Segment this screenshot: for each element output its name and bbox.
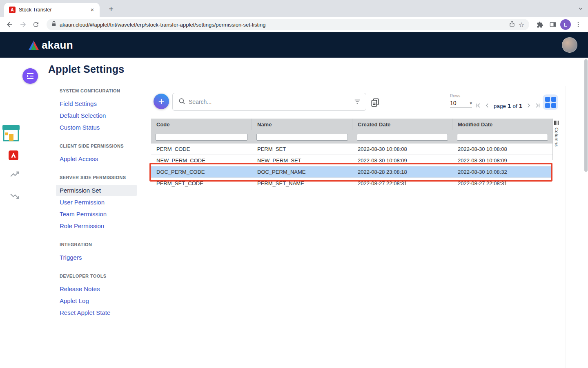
table-row[interactable]: PERM_SET_CODE PERM_SET_NAME 2022-08-27 2… <box>151 178 552 189</box>
column-header-modified-date[interactable]: Modified Date <box>452 119 552 130</box>
columns-panel-handle[interactable]: Columns <box>552 119 560 160</box>
pagination: page 1 of 1 <box>474 101 542 110</box>
nav-item-applet-access[interactable]: Applet Access <box>56 153 137 164</box>
stock-transfer-applet-icon[interactable] <box>1 122 21 144</box>
nav-item-reset-applet-state[interactable]: Reset Applet State <box>56 307 137 318</box>
expand-menu-button[interactable] <box>22 68 38 84</box>
page-scrollbar[interactable] <box>584 59 588 172</box>
nav-item-custom-status[interactable]: Custom Status <box>56 122 137 133</box>
side-panel-icon[interactable] <box>547 19 559 30</box>
tab-close-icon[interactable]: × <box>89 7 96 13</box>
cell-name: DOC_PERM_NAME <box>252 169 352 175</box>
rows-per-page-value: 10 <box>450 100 457 106</box>
first-page-icon[interactable] <box>474 101 483 110</box>
tab-title: Stock Transfer <box>19 7 86 13</box>
column-header-code[interactable]: Code <box>151 119 252 130</box>
browser-menu-kebab-icon[interactable] <box>572 19 584 30</box>
browser-tab-strip: A Stock Transfer × + <box>0 0 588 17</box>
content-top-divider <box>146 86 566 86</box>
share-icon[interactable] <box>509 20 515 29</box>
of-word: of <box>512 103 517 109</box>
settings-nav: SYSTEM CONFIGURATION Field Settings Defa… <box>56 88 137 319</box>
nav-section-client-side-permissions: CLIENT SIDE PERMISSIONS Applet Access <box>56 144 137 164</box>
app-header: akaun <box>0 32 588 58</box>
rows-per-page-select[interactable]: 10 ▾ <box>450 100 472 108</box>
add-record-button[interactable]: + <box>154 94 169 109</box>
grid-view-icon[interactable] <box>543 94 558 110</box>
akaun-logo[interactable]: akaun <box>29 39 73 52</box>
duplicate-list-icon[interactable] <box>370 97 380 108</box>
columns-panel-label: Columns <box>554 128 559 147</box>
new-tab-button[interactable]: + <box>105 3 117 15</box>
trending-down-icon[interactable] <box>10 192 20 201</box>
address-bar[interactable]: akaun.cloud/#/applet/tnt/wavelet/erp/sto… <box>47 19 529 30</box>
forward-icon[interactable] <box>17 19 29 30</box>
page-indicator: page 1 of 1 <box>494 102 522 109</box>
column-header-name[interactable]: Name <box>252 119 352 130</box>
search-box <box>172 93 366 111</box>
filter-input-modified-date[interactable] <box>457 134 548 141</box>
nav-section-header: INTEGRATION <box>60 242 133 247</box>
nav-content-divider <box>146 86 146 368</box>
nav-item-team-permission[interactable]: Team Permission <box>56 209 137 220</box>
cell-modified-date: 2022-08-27 22:08:31 <box>452 180 552 186</box>
nav-item-permission-set[interactable]: Permission Set <box>56 185 137 196</box>
cell-name: PERM_SET_NAME <box>252 180 352 186</box>
cell-created-date: 2022-08-27 22:08:31 <box>352 180 452 186</box>
nav-item-applet-log[interactable]: Applet Log <box>56 295 137 306</box>
brand-text: akaun <box>42 39 73 52</box>
nav-section-system-configuration: SYSTEM CONFIGURATION Field Settings Defa… <box>56 88 137 133</box>
column-header-created-date[interactable]: Created Date <box>352 119 452 130</box>
nav-section-header: CLIENT SIDE PERMISSIONS <box>60 144 133 148</box>
applet-rail <box>0 58 31 368</box>
nav-item-release-notes[interactable]: Release Notes <box>56 283 137 294</box>
nav-section-header: SERVER SIDE PERMISSIONS <box>60 175 133 180</box>
cell-code: DOC_PERM_CODE <box>151 169 252 175</box>
refresh-icon[interactable] <box>30 19 42 30</box>
user-avatar[interactable] <box>562 37 577 53</box>
filter-input-code[interactable] <box>156 134 247 141</box>
search-icon <box>178 98 185 106</box>
filter-input-created-date[interactable] <box>357 134 448 141</box>
permission-set-table: Code Name Created Date Modified Date PER… <box>151 119 552 189</box>
url-text: akaun.cloud/#/applet/tnt/wavelet/erp/sto… <box>60 22 506 28</box>
nav-section-header: SYSTEM CONFIGURATION <box>60 88 133 93</box>
filter-icon[interactable] <box>354 99 361 105</box>
table-row[interactable]: NEW_PERM_CODE NEW_PERM_SET 2022-08-30 10… <box>151 155 552 166</box>
cell-code: PERM_CODE <box>151 146 252 152</box>
lock-icon <box>51 21 56 28</box>
nav-item-triggers[interactable]: Triggers <box>56 252 137 263</box>
extensions-puzzle-icon[interactable] <box>534 19 546 30</box>
total-pages-number: 1 <box>519 102 522 109</box>
back-icon[interactable] <box>4 19 16 30</box>
nav-section-developer-tools: DEVELOPER TOOLS Release Notes Applet Log… <box>56 274 137 318</box>
nav-item-field-settings[interactable]: Field Settings <box>56 98 137 109</box>
cell-code: NEW_PERM_CODE <box>151 157 252 164</box>
table-row-selected[interactable]: DOC_PERM_CODE DOC_PERM_NAME 2022-08-28 2… <box>151 166 552 178</box>
next-page-icon[interactable] <box>524 101 533 110</box>
search-input[interactable] <box>189 99 350 105</box>
trending-up-icon[interactable] <box>10 170 20 179</box>
table-filter-row <box>151 130 552 144</box>
table-row[interactable]: PERM_CODE PERM_SET 2022-08-30 10:08:08 2… <box>151 144 552 155</box>
last-page-icon[interactable] <box>533 101 542 110</box>
nav-section-integration: INTEGRATION Triggers <box>56 242 137 263</box>
prev-page-icon[interactable] <box>483 101 492 110</box>
content-right-divider <box>566 86 566 368</box>
filter-input-name[interactable] <box>256 134 348 141</box>
browser-tab[interactable]: A Stock Transfer × <box>4 3 100 17</box>
cell-created-date: 2022-08-30 10:08:08 <box>352 146 452 152</box>
rows-per-page-widget: Rows 10 ▾ <box>450 94 472 108</box>
table-header-row: Code Name Created Date Modified Date <box>151 119 552 130</box>
browser-profile-badge[interactable]: L <box>560 19 571 30</box>
cell-name: PERM_SET <box>252 146 352 152</box>
nav-item-user-permission[interactable]: User Permission <box>56 197 137 208</box>
cell-name: NEW_PERM_SET <box>252 157 352 164</box>
bookmark-star-icon[interactable]: ☆ <box>519 21 524 29</box>
cell-created-date: 2022-08-30 10:08:09 <box>352 157 452 164</box>
page-word: page <box>494 103 506 109</box>
pdf-icon[interactable] <box>8 150 19 161</box>
nav-item-default-selection[interactable]: Default Selection <box>56 110 137 121</box>
tab-search-chevron-icon[interactable] <box>577 5 584 13</box>
nav-item-role-permission[interactable]: Role Permission <box>56 220 137 231</box>
